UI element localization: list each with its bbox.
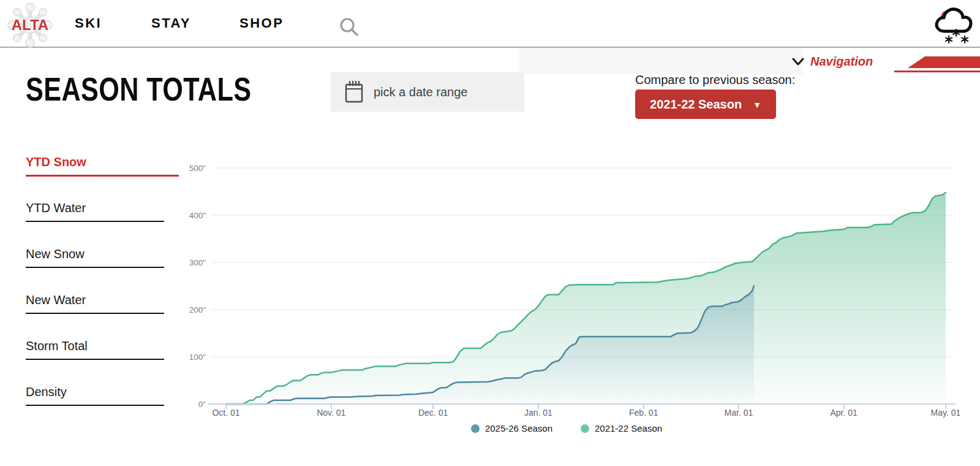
snowflake-icon: ALTA — [7, 2, 53, 48]
y-tick-label: 400" — [189, 211, 206, 220]
svg-text:*: * — [944, 33, 953, 45]
alta-logo-text: ALTA — [12, 17, 48, 33]
legend-item-2025-26[interactable]: 2025-26 Season — [471, 423, 552, 434]
snow-cloud-icon[interactable]: * * * — [930, 6, 976, 45]
nav-link-ski[interactable]: SKI — [75, 0, 102, 47]
subheader-shade-band — [519, 47, 802, 74]
x-tick-label: Dec. 01 — [418, 408, 448, 418]
tab-ytd-snow[interactable]: YTD Snow — [26, 155, 179, 177]
alta-logo[interactable]: ALTA — [7, 2, 53, 48]
legend-item-2021-22[interactable]: 2021-22 Season — [581, 423, 662, 434]
red-accent-bar — [908, 56, 980, 68]
calendar-icon — [344, 80, 364, 104]
nav-link-shop[interactable]: SHOP — [239, 0, 284, 47]
legend-label-2021-22: 2021-22 Season — [595, 423, 662, 434]
x-tick-label: May. 01 — [931, 408, 961, 418]
x-tick-label: Apr. 01 — [831, 408, 858, 418]
season-select-dropdown[interactable]: 2021-22 Season ▼ — [635, 90, 776, 119]
x-tick-label: Oct. 01 — [212, 408, 239, 418]
x-tick-label: Nov. 01 — [317, 408, 345, 418]
date-range-picker-button[interactable]: pick a date range — [331, 72, 524, 112]
tab-new-water[interactable]: New Water — [26, 293, 164, 314]
svg-text:*: * — [952, 26, 960, 45]
x-tick-label: Feb. 01 — [629, 408, 658, 418]
legend-dot-2025-26 — [471, 424, 480, 433]
site-header: ALTA SKI STAY SHOP * * * — [0, 0, 980, 48]
legend-label-2025-26: 2025-26 Season — [485, 423, 552, 434]
y-tick-label: 500" — [189, 164, 206, 173]
compare-season-label: Compare to previous season: — [635, 73, 795, 87]
dropdown-arrow-icon: ▼ — [753, 100, 761, 110]
navigation-toggle[interactable]: Navigation — [792, 55, 873, 69]
nav-link-stay[interactable]: STAY — [151, 0, 191, 47]
page-title: SEASON TOTALS — [26, 71, 251, 107]
y-tick-label: 200" — [189, 305, 206, 315]
chevron-down-icon — [792, 58, 804, 66]
tab-new-snow[interactable]: New Snow — [26, 247, 164, 268]
y-tick-label: 0" — [198, 400, 206, 409]
alta-season-totals-page: ALTA SKI STAY SHOP * * * Navigation SEAS… — [0, 0, 980, 466]
season-totals-chart[interactable]: 0"100"200"300"400"500"Oct. 01Nov. 01Dec.… — [184, 153, 980, 420]
season-select-value: 2021-22 Season — [650, 97, 742, 112]
svg-text:*: * — [960, 33, 969, 45]
x-tick-label: Jan. 01 — [524, 408, 552, 418]
date-range-label: pick a date range — [374, 85, 467, 99]
tab-density[interactable]: Density — [26, 385, 164, 406]
y-tick-label: 100" — [189, 353, 206, 362]
x-tick-label: Mar. 01 — [725, 408, 753, 418]
tab-ytd-water[interactable]: YTD Water — [26, 201, 164, 222]
search-icon[interactable] — [338, 16, 360, 38]
legend-dot-2021-22 — [581, 424, 589, 433]
chart-legend: 2025-26 Season 2021-22 Season — [175, 423, 959, 434]
red-accent-line — [894, 71, 980, 72]
navigation-label: Navigation — [810, 55, 873, 69]
tab-storm-total[interactable]: Storm Total — [26, 339, 164, 360]
y-tick-label: 300" — [189, 258, 206, 267]
